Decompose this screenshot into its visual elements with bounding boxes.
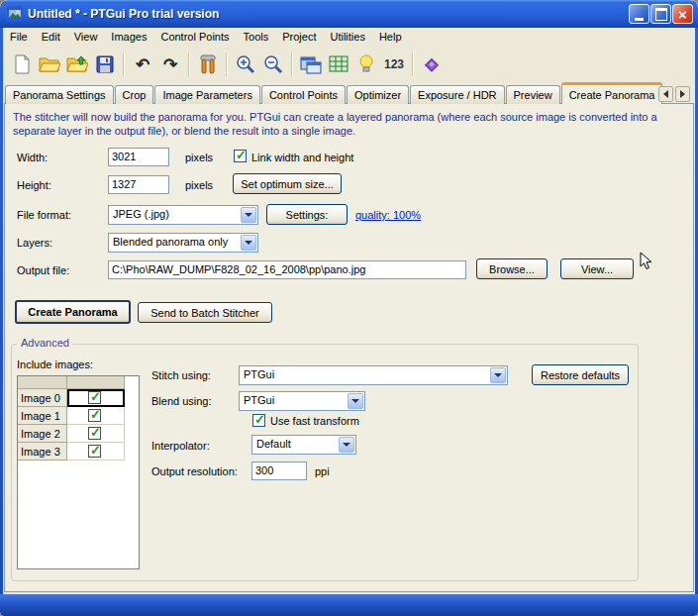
toolbar-separator (188, 52, 190, 76)
image-include-cell[interactable] (67, 443, 125, 461)
tab-create-panorama[interactable]: Create Panorama (561, 82, 663, 104)
window-bottom-border[interactable] (0, 594, 698, 616)
width-input[interactable]: 3021 (108, 148, 169, 166)
menu-project[interactable]: Project (275, 28, 323, 47)
output-file-input[interactable]: C:\Pho\RAW_DUMP\F828_02_16_2008\pp\pano.… (108, 260, 466, 279)
app-window: Untitled * - PTGui Pro trial version Fil… (0, 0, 698, 616)
window-left-border (0, 28, 3, 594)
layers-select[interactable]: Blended panorama only (108, 233, 258, 253)
browse-button[interactable]: Browse... (476, 258, 548, 279)
image-include-checkbox[interactable] (88, 391, 101, 404)
redo-icon[interactable]: ↷ (156, 51, 184, 78)
image-include-checkbox[interactable] (88, 445, 101, 458)
view-button[interactable]: View... (560, 258, 634, 279)
close-button[interactable] (672, 4, 693, 24)
toolbar-separator (123, 52, 125, 76)
app-icon (7, 6, 23, 22)
save-project-icon[interactable] (91, 51, 119, 78)
tab-preview[interactable]: Preview (506, 85, 560, 104)
tab-scroll-buttons (658, 86, 690, 102)
numeric-transform-icon[interactable]: 123 (380, 51, 408, 78)
tab-scroll-right-icon[interactable] (675, 86, 690, 102)
output-resolution-unit-label: ppi (315, 465, 330, 477)
output-file-label: Output file: (17, 264, 69, 276)
interpolator-select[interactable]: Default (251, 435, 356, 455)
link-width-height-label[interactable]: Link width and height (251, 152, 353, 163)
chevron-down-icon[interactable] (490, 367, 506, 383)
tab-control-points[interactable]: Control Points (261, 85, 346, 104)
blend-using-value: PTGui (244, 394, 345, 406)
toolbar-separator (291, 52, 293, 76)
optimizer-icon[interactable] (352, 51, 380, 78)
create-panorama-button[interactable]: Create Panorama (15, 300, 131, 324)
undo-icon[interactable]: ↶ (129, 51, 156, 78)
publish-icon[interactable] (418, 51, 446, 78)
output-resolution-input[interactable]: 300 (251, 462, 307, 480)
control-points-tool-icon[interactable] (194, 51, 222, 78)
table-column-header (67, 376, 125, 389)
layers-value: Blended panorama only (113, 236, 238, 248)
use-fast-transform-label[interactable]: Use fast transform (270, 415, 359, 427)
format-settings-button[interactable]: Settings: (266, 204, 348, 225)
table-corner-header (18, 376, 67, 389)
menu-tools[interactable]: Tools (237, 28, 276, 47)
image-include-checkbox[interactable] (88, 427, 101, 440)
use-fast-transform-checkbox[interactable] (252, 414, 265, 427)
zoom-in-icon[interactable] (232, 51, 259, 78)
restore-defaults-button[interactable]: Restore defaults (532, 364, 629, 385)
image-row-label[interactable]: Image 2 (18, 425, 67, 443)
image-row-label[interactable]: Image 3 (18, 443, 67, 461)
advanced-group-title: Advanced (17, 337, 73, 349)
menu-control-points[interactable]: Control Points (153, 28, 236, 47)
chevron-down-icon[interactable] (241, 207, 256, 223)
image-include-checkbox[interactable] (88, 409, 101, 422)
set-optimum-size-button[interactable]: Set optimum size... (233, 173, 342, 194)
send-to-batch-stitcher-button[interactable]: Send to Batch Stitcher (138, 302, 272, 323)
image-row-label[interactable]: Image 0 (18, 389, 67, 407)
title-bar[interactable]: Untitled * - PTGui Pro trial version (0, 0, 698, 28)
file-format-select[interactable]: JPEG (.jpg) (108, 205, 258, 225)
zoom-out-icon[interactable] (259, 51, 287, 78)
tab-bar: Panorama Settings Crop Image Parameters … (5, 82, 663, 104)
tab-optimizer[interactable]: Optimizer (347, 85, 409, 104)
image-include-cell[interactable] (67, 407, 125, 425)
blend-using-select[interactable]: PTGui (239, 391, 365, 411)
image-include-cell[interactable] (67, 425, 125, 443)
menu-help[interactable]: Help (372, 28, 409, 47)
menu-edit[interactable]: Edit (35, 28, 67, 47)
tab-crop[interactable]: Crop (115, 85, 154, 104)
toolbar-separator (412, 52, 414, 76)
panorama-editor-icon[interactable] (297, 51, 325, 78)
menu-images[interactable]: Images (104, 28, 153, 47)
tab-exposure-hdr[interactable]: Exposure / HDR (410, 85, 504, 104)
minimize-button[interactable] (629, 4, 649, 24)
layers-label: Layers: (17, 237, 52, 249)
chevron-down-icon[interactable] (241, 235, 256, 251)
chevron-down-icon[interactable] (339, 437, 354, 453)
include-images-table: Image 0 Image 1 Image 2 Image 3 (17, 375, 140, 569)
import-images-icon[interactable] (63, 51, 91, 78)
link-width-height-checkbox[interactable] (234, 150, 247, 162)
image-row-label[interactable]: Image 1 (18, 407, 67, 425)
height-unit-label: pixels (185, 179, 213, 191)
detail-viewer-icon[interactable] (325, 51, 352, 78)
maximize-button[interactable] (650, 4, 671, 24)
chevron-down-icon[interactable] (348, 393, 363, 409)
height-input[interactable]: 1327 (108, 175, 169, 194)
quality-link[interactable]: quality: 100% (355, 209, 421, 221)
image-include-cell[interactable] (67, 389, 125, 407)
menu-utilities[interactable]: Utilities (323, 28, 371, 47)
blend-using-label: Blend using: (151, 395, 212, 407)
tab-image-parameters[interactable]: Image Parameters (154, 85, 259, 104)
toolbar: ↶ ↷ 123 (3, 47, 695, 82)
new-project-icon[interactable] (8, 51, 36, 78)
menu-view[interactable]: View (67, 28, 105, 47)
menu-file[interactable]: File (3, 28, 35, 47)
interpolator-label: Interpolator: (151, 440, 210, 452)
tab-scroll-left-icon[interactable] (658, 86, 673, 102)
tab-panorama-settings[interactable]: Panorama Settings (5, 85, 114, 104)
stitch-using-select[interactable]: PTGui (239, 365, 508, 385)
interpolator-value: Default (256, 438, 336, 450)
stitch-using-value: PTGui (244, 368, 487, 380)
open-project-icon[interactable] (36, 51, 63, 78)
